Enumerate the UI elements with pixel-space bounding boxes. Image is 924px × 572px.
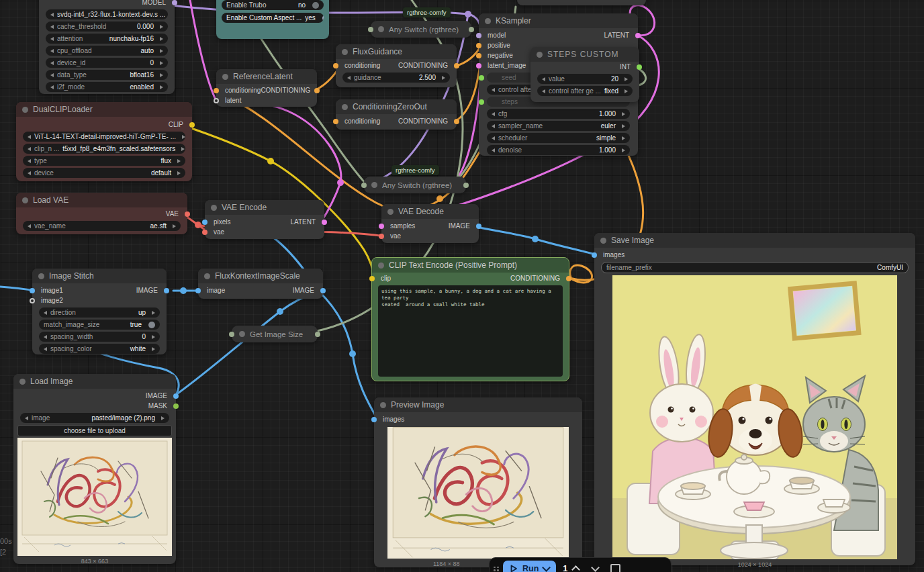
node-get-image-size[interactable]: Get Image Size	[232, 326, 318, 342]
attention-widget[interactable]: attentionnunchaku-fp16	[46, 34, 168, 44]
node-vae-encode[interactable]: VAE Encode pixels LATENT vae	[205, 200, 324, 239]
decrement-icon[interactable]	[25, 416, 28, 420]
spacing-width-widget[interactable]: spacing_width0	[39, 332, 160, 342]
conditioning-input-port[interactable]	[214, 88, 219, 93]
clip-output-port[interactable]	[189, 122, 195, 128]
data-type-widget[interactable]: data_typebfloat16	[46, 70, 168, 80]
comfyui-canvas[interactable]: MODEL svdq-int4_r32-flux.1-kontext-dev.s…	[0, 0, 924, 572]
increment-icon[interactable]	[152, 311, 155, 315]
enable-custom-aspect-toggle[interactable]: Enable Custom Aspect ...yes	[222, 13, 324, 23]
int-output-port[interactable]	[637, 64, 642, 70]
image-output-port[interactable]	[320, 288, 326, 293]
decrement-icon[interactable]	[44, 335, 47, 339]
node-header[interactable]: FluxKontextImageScale	[198, 269, 323, 283]
collapsed-output-port[interactable]	[463, 183, 469, 188]
images-input-port[interactable]	[592, 252, 597, 258]
conditioning-input-port[interactable]	[333, 119, 338, 124]
image-output-port[interactable]	[173, 393, 179, 399]
collapse-toggle-icon[interactable]	[211, 205, 217, 211]
node-steps-custom[interactable]: STEPS CUSTOM INT value20 control after g…	[530, 47, 639, 102]
clip-name1-widget[interactable]: ViT-L-14-TEXT-detail-improved-hiT-GmP-TE…	[23, 132, 185, 142]
value-widget[interactable]: value20	[537, 74, 633, 84]
collapse-toggle-icon[interactable]	[204, 273, 210, 279]
decrement-icon[interactable]	[28, 135, 31, 139]
decrement-icon[interactable]	[492, 112, 495, 116]
decrement-icon[interactable]	[50, 85, 54, 89]
node-flux-kontext-image-scale[interactable]: FluxKontextImageScale image IMAGE	[198, 269, 323, 299]
image2-input-port[interactable]	[30, 298, 35, 303]
mask-output-port[interactable]	[173, 403, 179, 409]
node-any-switch-1[interactable]: Any Switch (rgthree)	[371, 21, 471, 38]
vae-input-port[interactable]	[202, 230, 207, 235]
toggle-knob-icon[interactable]	[148, 322, 155, 328]
type-widget[interactable]: typeflux	[23, 156, 185, 166]
image-output-port[interactable]	[164, 288, 169, 293]
spacing-color-widget[interactable]: spacing_colorwhite	[39, 344, 160, 354]
latent-image-input-port[interactable]	[476, 63, 481, 68]
increment-icon[interactable]	[160, 73, 163, 77]
decrement-icon[interactable]	[50, 61, 54, 65]
node-header[interactable]: Save Image	[594, 233, 915, 248]
collapsed-output-port[interactable]	[315, 332, 320, 337]
image1-input-port[interactable]	[30, 288, 35, 293]
increment-icon[interactable]	[181, 147, 185, 151]
node-image-stitch[interactable]: Image Stitch image1 IMAGE image2 directi…	[32, 269, 167, 354]
increment-icon[interactable]	[442, 76, 445, 80]
device-widget[interactable]: devicedefault	[23, 168, 185, 178]
collapse-toggle-icon[interactable]	[222, 74, 228, 80]
node-header[interactable]: DualCLIPLoader	[16, 102, 192, 117]
node-load-image[interactable]: Load Image IMAGE MASK imagepasted/image …	[13, 374, 176, 564]
decrement-icon[interactable]	[28, 159, 31, 163]
decrement-icon[interactable]	[492, 88, 495, 92]
cache-threshold-widget[interactable]: cache_threshold0.000	[46, 21, 168, 32]
increment-icon[interactable]	[160, 49, 163, 53]
collapse-chevron-icon[interactable]	[591, 563, 600, 572]
cpu-offload-widget[interactable]: cpu_offloadauto	[46, 46, 168, 56]
run-button[interactable]: Run	[503, 561, 556, 572]
preview-image-preview[interactable]	[387, 427, 569, 559]
increment-icon[interactable]	[160, 37, 163, 41]
decrement-icon[interactable]	[347, 76, 351, 80]
chevron-up-icon[interactable]	[571, 565, 580, 572]
collapse-toggle-icon[interactable]	[38, 273, 44, 279]
increment-icon[interactable]	[161, 416, 165, 420]
decrement-icon[interactable]	[50, 49, 54, 53]
choose-file-button[interactable]: choose file to upload	[17, 425, 172, 436]
collapse-toggle-icon[interactable]	[22, 107, 28, 113]
positive-input-port[interactable]	[476, 43, 481, 48]
clip-input-port[interactable]	[369, 276, 375, 281]
increment-icon[interactable]	[152, 335, 155, 339]
drag-handle-icon[interactable]	[494, 567, 499, 571]
latent-input-port[interactable]	[214, 98, 219, 103]
match-image-size-toggle[interactable]: match_image_sizetrue	[39, 320, 160, 330]
increment-icon[interactable]	[622, 148, 625, 152]
collapse-toggle-icon[interactable]	[342, 49, 348, 55]
node-save-image[interactable]: Save Image images filename_prefixComfyUI	[594, 233, 915, 565]
clip-name2-widget[interactable]: clip_n ...t5xxl_fp8_e4m3fn_scaled.safete…	[23, 144, 185, 154]
pixels-input-port[interactable]	[202, 220, 207, 225]
increment-icon[interactable]	[622, 112, 625, 116]
images-input-port[interactable]	[371, 417, 377, 422]
node-load-vae[interactable]: Load VAE VAE vae_nameae.sft	[16, 193, 187, 234]
conditioning-output-port[interactable]	[454, 63, 459, 68]
node-header[interactable]: ReferenceLatent	[216, 69, 317, 84]
decrement-icon[interactable]	[542, 89, 545, 93]
node-header[interactable]: Preview Image	[374, 397, 582, 412]
collapse-toggle-icon[interactable]	[387, 209, 394, 215]
node-header[interactable]: ConditioningZeroOut	[336, 99, 457, 114]
vae-name-widget[interactable]: vae_nameae.sft	[23, 221, 181, 231]
model-input-port[interactable]	[476, 33, 481, 38]
increment-icon[interactable]	[622, 124, 625, 128]
decrement-icon[interactable]	[28, 147, 31, 151]
decrement-icon[interactable]	[50, 37, 54, 41]
image-input-port[interactable]	[195, 288, 201, 293]
decrement-icon[interactable]	[542, 77, 545, 81]
node-header[interactable]: FluxGuidance	[336, 44, 457, 59]
device-id-widget[interactable]: device_id0	[46, 58, 168, 68]
stop-square-icon[interactable]	[610, 564, 620, 572]
vae-output-port[interactable]	[185, 211, 190, 217]
decrement-icon[interactable]	[50, 73, 54, 77]
vae-input-port[interactable]	[379, 234, 384, 239]
collapse-toggle-icon[interactable]	[371, 182, 377, 188]
sampler-name-widget[interactable]: sampler_nameeuler	[487, 121, 630, 131]
